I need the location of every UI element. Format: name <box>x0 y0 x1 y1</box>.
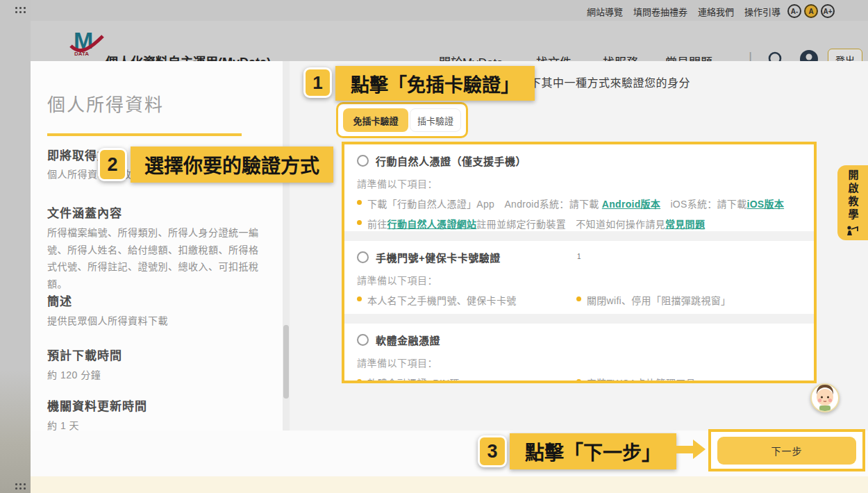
font-normal-button[interactable]: A <box>804 4 818 18</box>
step3-label: 點擊「下一步」 <box>510 433 676 469</box>
avatar-face-icon <box>812 385 838 411</box>
font-smaller-button[interactable]: A- <box>787 4 801 18</box>
bullet-dot-icon <box>357 220 362 225</box>
bullet-line: 下載「行動自然人憑證」App Android系統：請下載 Android版本 i… <box>357 197 814 210</box>
bullet-dot-icon <box>357 296 362 301</box>
option-mobile-citizen-cert: 行動自然人憑證（僅支援手機） 請準備以下項目： 下載「行動自然人憑證」App A… <box>344 144 814 231</box>
step1-label: 點擊「免插卡驗證」 <box>335 66 535 101</box>
contact-link[interactable]: 連絡我們 <box>698 5 734 18</box>
options-highlight-box: 行動自然人憑證（僅支援手機） 請準備以下項目： 下載「行動自然人憑證」App A… <box>342 142 817 383</box>
step2-badge: 2 <box>98 148 127 181</box>
bullet-text: 軟體金融憑證+PIN碼 <box>367 376 460 383</box>
bullet-line: 軟體金融憑證+PIN碼 安裝TWCA卡片管理工具 <box>357 376 814 383</box>
bullet-line: 本人名下之手機門號、健保卡卡號 關閉wifi、停用「阻擋彈跳視窗」 <box>357 293 814 307</box>
bullet-line: 前往行動自然人憑證網站註冊並綁定行動裝置 不知道如何操作請見常見問題 <box>357 217 814 231</box>
bullet-dot-icon <box>576 296 581 301</box>
faq-link[interactable]: 常見問題 <box>665 219 705 230</box>
utility-bar: 網站導覽 填問卷抽禮券 連絡我們 操作引導 A- A A+ <box>31 0 868 21</box>
tab-card-verify[interactable]: 插卡驗證 <box>410 108 461 132</box>
bullet-text: 關閉wifi、停用「阻擋彈跳視窗」 <box>587 293 731 307</box>
bullet-text: 安裝TWCA卡片管理工具 <box>587 376 696 383</box>
drag-handle-icon[interactable] <box>15 483 26 490</box>
option-title: 軟體金融憑證 <box>376 333 440 347</box>
open-tutorial-tab[interactable]: 開啟教學 <box>837 165 868 240</box>
mydata-logo-icon[interactable]: M DATA <box>69 26 104 57</box>
radio-software-financial-cert[interactable] <box>357 334 369 346</box>
left-rail <box>0 0 31 493</box>
ios-download-link[interactable]: iOS版本 <box>746 199 784 210</box>
section-body-download-time: 約 120 分鐘 <box>47 367 259 384</box>
dataset-title: 個人所得資料 <box>47 90 164 116</box>
step3-arrow-icon <box>667 446 694 453</box>
step3-arrowhead-icon <box>693 440 706 459</box>
step2-label: 選擇你要的驗證方式 <box>131 147 333 183</box>
sidebar-scrollbar-thumb[interactable] <box>283 325 289 399</box>
option-divider <box>344 231 814 241</box>
section-heading-update-time: 機關資料更新時間 <box>47 396 259 414</box>
tab-cardless-verify[interactable]: 免插卡驗證 <box>343 108 408 132</box>
bullet-text: 前往 <box>367 219 387 230</box>
bullet-dot-icon <box>357 379 362 383</box>
stray-mark: 1 <box>577 253 581 260</box>
bullet-dot-icon <box>576 379 581 383</box>
bullet-text: 下載「行動自然人憑證」App Android系統：請下載 <box>367 199 602 210</box>
drag-handle-icon[interactable] <box>15 7 26 14</box>
option-phone-nhi-card: 手機門號+健保卡卡號驗證 請準備以下項目： 本人名下之手機門號、健保卡卡號 關閉… <box>344 241 814 314</box>
survey-link[interactable]: 填問卷抽禮券 <box>633 5 687 18</box>
footer-strip <box>31 476 868 493</box>
step3-badge: 3 <box>478 435 507 467</box>
section-heading-coverage: 文件涵蓋內容 <box>47 203 259 221</box>
radio-phone-nhi-card[interactable] <box>357 251 369 263</box>
bullet-text: iOS系統：請下載 <box>660 199 746 210</box>
section-body-summary: 提供民眾個人所得資料下載 <box>47 312 259 330</box>
option-title: 手機門號+健保卡卡號驗證 <box>376 250 501 265</box>
radio-mobile-citizen-cert[interactable] <box>357 155 369 167</box>
bullet-text: 註冊並綁定行動裝置 不知道如何操作請見 <box>476 219 665 230</box>
next-step-button[interactable]: 下一步 <box>717 437 856 465</box>
prepare-label: 請準備以下項目： <box>357 273 814 287</box>
guide-link[interactable]: 操作引導 <box>744 5 781 18</box>
font-larger-button[interactable]: A+ <box>821 4 835 18</box>
bullet-text: 本人名下之手機門號、健保卡卡號 <box>367 293 517 307</box>
android-download-link[interactable]: Android版本 <box>602 199 660 210</box>
option-title: 行動自然人憑證（僅支援手機） <box>376 153 526 168</box>
site-header: M DATA 個人化資料自主運用(MyData) 關於MyData 找文件 找服… <box>31 21 868 61</box>
svg-text:DATA: DATA <box>74 51 89 57</box>
bullet-dot-icon <box>357 200 362 205</box>
option-divider <box>344 314 814 324</box>
prepare-label: 請準備以下項目： <box>357 176 814 190</box>
tabs-highlight-box: 免插卡驗證 插卡驗證 <box>336 102 468 138</box>
section-body-coverage: 所得檔案編號、所得類別、所得人身分證統一編號、所得人姓名、給付總額、扣繳稅額、所… <box>47 224 259 292</box>
sitemap-link[interactable]: 網站導覽 <box>587 5 623 18</box>
next-button-highlight-box: 下一步 <box>708 429 865 471</box>
mydata-page: 網站導覽 填問卷抽禮券 連絡我們 操作引導 A- A A+ M DATA 個人化… <box>0 0 868 493</box>
option-software-financial-cert: 軟體金融憑證 請準備以下項目： 軟體金融憑證+PIN碼 安裝TWCA卡片管理工具 <box>344 324 814 383</box>
section-heading-download-time: 預計下載時間 <box>47 346 259 363</box>
cert-website-link[interactable]: 行動自然人憑證網站 <box>387 219 477 230</box>
prepare-label: 請準備以下項目： <box>357 356 814 369</box>
open-tutorial-label: 開啟教學 <box>846 169 860 222</box>
chatbot-avatar[interactable] <box>810 383 840 412</box>
step1-badge: 1 <box>303 67 332 98</box>
title-underline <box>47 133 242 136</box>
teacher-icon <box>846 225 859 236</box>
dataset-sidebar: 個人所得資料 即將取得文件 個人所得資料(財政部財政資訊中心) 文件涵蓋內容 所… <box>31 61 283 436</box>
section-heading-summary: 簡述 <box>47 292 259 309</box>
